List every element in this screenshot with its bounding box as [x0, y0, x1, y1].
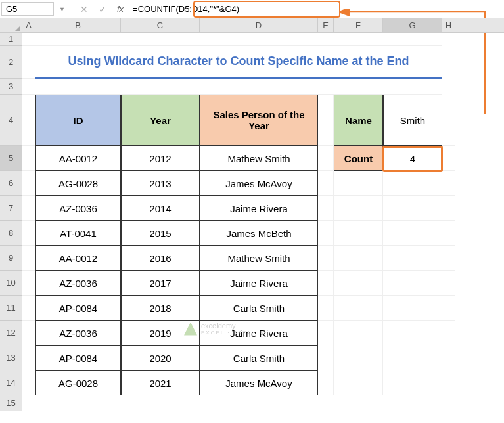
table-cell[interactable]: AZ-0036: [35, 271, 121, 296]
cell[interactable]: [442, 146, 455, 171]
cell[interactable]: [383, 221, 442, 246]
cell[interactable]: [22, 95, 35, 146]
cell[interactable]: [334, 196, 383, 221]
fx-icon[interactable]: fx: [112, 4, 129, 14]
cell[interactable]: [22, 79, 35, 95]
cell[interactable]: [318, 246, 334, 271]
col-header[interactable]: A: [22, 18, 35, 32]
cell[interactable]: [442, 321, 455, 345]
cell[interactable]: [442, 345, 455, 370]
cell[interactable]: [442, 370, 455, 395]
cell[interactable]: [383, 321, 442, 345]
cell[interactable]: [22, 196, 35, 221]
table-cell[interactable]: Mathew Smith: [200, 146, 318, 171]
cell[interactable]: [442, 196, 455, 221]
lookup-name-value[interactable]: Smith: [383, 95, 442, 146]
cell[interactable]: [334, 271, 383, 296]
cell[interactable]: [22, 395, 35, 411]
table-cell[interactable]: 2012: [121, 146, 200, 171]
table-cell[interactable]: Carla Smith: [200, 345, 318, 370]
table-header-id[interactable]: ID: [35, 95, 121, 146]
row-header[interactable]: 6: [0, 171, 22, 196]
formula-input[interactable]: =COUNTIF(D5:D14,"*"&G4): [129, 3, 504, 15]
cell[interactable]: [383, 171, 442, 196]
row-header[interactable]: 5: [0, 146, 22, 171]
cell[interactable]: [22, 221, 35, 246]
cell[interactable]: [22, 171, 35, 196]
row-header[interactable]: 15: [0, 395, 22, 411]
table-cell[interactable]: 2017: [121, 271, 200, 296]
lookup-name-label[interactable]: Name: [334, 95, 383, 146]
cell[interactable]: [442, 95, 455, 146]
cell[interactable]: [318, 146, 334, 171]
cell[interactable]: [334, 321, 383, 345]
table-cell[interactable]: Mathew Smith: [200, 246, 318, 271]
table-cell[interactable]: AP-0084: [35, 296, 121, 321]
cell[interactable]: [383, 271, 442, 296]
lookup-count-label[interactable]: Count: [334, 146, 383, 171]
col-header[interactable]: F: [334, 18, 383, 32]
cell[interactable]: [442, 271, 455, 296]
col-header[interactable]: B: [35, 18, 121, 32]
cell[interactable]: [318, 221, 334, 246]
cell[interactable]: [22, 146, 35, 171]
row-header[interactable]: 1: [0, 33, 22, 46]
cell[interactable]: [442, 246, 455, 271]
cell[interactable]: [22, 296, 35, 321]
table-cell[interactable]: AG-0028: [35, 370, 121, 395]
cell[interactable]: [334, 370, 383, 395]
table-cell[interactable]: AT-0041: [35, 221, 121, 246]
table-cell[interactable]: James McBeth: [200, 221, 318, 246]
table-cell[interactable]: 2013: [121, 171, 200, 196]
name-box-dropdown-icon[interactable]: ▼: [55, 6, 69, 12]
cancel-icon[interactable]: ✕: [75, 4, 93, 14]
cell[interactable]: [318, 296, 334, 321]
cell[interactable]: [442, 296, 455, 321]
table-cell[interactable]: AZ-0036: [35, 321, 121, 345]
cell[interactable]: [318, 321, 334, 345]
table-cell[interactable]: Jaime Rivera: [200, 271, 318, 296]
cell[interactable]: [318, 271, 334, 296]
table-cell[interactable]: AA-0012: [35, 146, 121, 171]
row-header[interactable]: 12: [0, 321, 22, 345]
cell[interactable]: [318, 196, 334, 221]
table-header-sales[interactable]: Sales Person of the Year: [200, 95, 318, 146]
row-header[interactable]: 4: [0, 95, 22, 146]
col-header[interactable]: H: [442, 18, 455, 32]
cell[interactable]: [35, 79, 442, 95]
cell[interactable]: [318, 345, 334, 370]
cell[interactable]: [334, 296, 383, 321]
cell[interactable]: [334, 345, 383, 370]
col-header[interactable]: C: [121, 18, 200, 32]
name-box[interactable]: G5: [1, 2, 54, 16]
col-header[interactable]: D: [200, 18, 318, 32]
cell[interactable]: [22, 370, 35, 395]
cell[interactable]: [383, 345, 442, 370]
row-header[interactable]: 9: [0, 246, 22, 271]
cell[interactable]: [22, 46, 35, 79]
cell[interactable]: [383, 246, 442, 271]
cell[interactable]: [442, 171, 455, 196]
cell[interactable]: [442, 221, 455, 246]
cell[interactable]: [35, 395, 442, 411]
enter-icon[interactable]: ✓: [93, 4, 112, 14]
select-all-button[interactable]: [0, 18, 22, 32]
table-cell[interactable]: James McAvoy: [200, 370, 318, 395]
cell[interactable]: [22, 246, 35, 271]
cell[interactable]: [383, 296, 442, 321]
row-header[interactable]: 8: [0, 221, 22, 246]
table-cell[interactable]: AA-0012: [35, 246, 121, 271]
cell[interactable]: [334, 246, 383, 271]
table-header-year[interactable]: Year: [121, 95, 200, 146]
table-cell[interactable]: AZ-0036: [35, 196, 121, 221]
col-header[interactable]: E: [318, 18, 334, 32]
cell[interactable]: [334, 171, 383, 196]
cell[interactable]: [383, 370, 442, 395]
table-cell[interactable]: 2020: [121, 345, 200, 370]
row-header[interactable]: 10: [0, 271, 22, 296]
page-title[interactable]: Using Wildcard Character to Count Specif…: [35, 46, 442, 79]
table-cell[interactable]: James McAvoy: [200, 171, 318, 196]
row-header[interactable]: 3: [0, 79, 22, 95]
col-header[interactable]: G: [383, 18, 442, 32]
row-header[interactable]: 11: [0, 296, 22, 321]
